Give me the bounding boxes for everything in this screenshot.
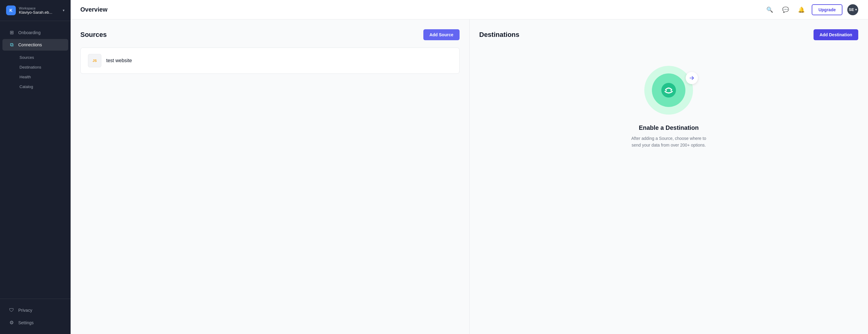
avatar-chevron-icon: ▾ <box>855 8 857 11</box>
empty-state-description: After adding a Source, choose where to s… <box>629 135 708 149</box>
header-actions: 🔍 💬 🔔 Upgrade SE ▾ <box>764 4 858 15</box>
sidebar-item-destinations[interactable]: Destinations <box>16 62 71 72</box>
sidebar-item-label: Settings <box>18 320 34 325</box>
workspace-label: Workspace <box>19 6 60 10</box>
sources-title: Sources <box>80 31 107 39</box>
sidebar-item-connections[interactable]: ⧉ Connections <box>2 39 68 51</box>
source-js-icon: JS <box>88 54 101 67</box>
sidebar-sub-nav: Sources Destinations Health Catalog <box>0 51 71 93</box>
workspace-name: Klaviyo-Sarah.eb... <box>19 10 60 15</box>
sidebar-item-sources[interactable]: Sources <box>16 53 71 62</box>
avatar-button[interactable]: SE ▾ <box>847 4 858 15</box>
search-icon: 🔍 <box>766 6 773 13</box>
workspace-selector[interactable]: K Workspace Klaviyo-Sarah.eb... ▾ <box>0 0 71 21</box>
sidebar-item-privacy[interactable]: 🛡 Privacy <box>2 304 68 316</box>
segment-logo-icon <box>659 81 678 99</box>
empty-state-title: Enable a Destination <box>639 124 699 131</box>
sources-panel: Sources Add Source JS test website <box>71 20 469 334</box>
search-button[interactable]: 🔍 <box>764 4 775 15</box>
sidebar-bottom: 🛡 Privacy ⚙ Settings <box>0 299 71 334</box>
page-title: Overview <box>80 6 764 13</box>
arrow-right-icon <box>686 72 698 84</box>
destinations-panel: Destinations Add Destination <box>470 20 868 334</box>
workspace-icon: K <box>6 5 16 15</box>
destinations-empty-state: Enable a Destination After adding a Sour… <box>479 48 859 167</box>
gear-icon: ⚙ <box>8 320 14 326</box>
source-card[interactable]: JS test website <box>80 48 460 74</box>
sidebar-item-label: Connections <box>18 43 42 47</box>
add-destination-button[interactable]: Add Destination <box>813 29 858 40</box>
sidebar-nav: ⊞ Onboarding ⧉ Connections Sources Desti… <box>0 21 71 299</box>
destinations-section-header: Destinations Add Destination <box>479 29 859 40</box>
content-area: Sources Add Source JS test website Desti… <box>71 20 868 334</box>
add-source-button[interactable]: Add Source <box>423 29 460 40</box>
destinations-title: Destinations <box>479 31 520 39</box>
destination-illustration <box>644 66 693 115</box>
onboarding-icon: ⊞ <box>8 30 14 35</box>
sidebar-item-catalog[interactable]: Catalog <box>16 82 71 91</box>
main-content: Overview 🔍 💬 🔔 Upgrade SE ▾ Sources Add … <box>71 0 868 334</box>
header: Overview 🔍 💬 🔔 Upgrade SE ▾ <box>71 0 868 20</box>
chevron-down-icon: ▾ <box>63 8 64 12</box>
chat-button[interactable]: 💬 <box>780 4 791 15</box>
sidebar-item-label: Onboarding <box>18 30 40 35</box>
sidebar-item-label: Privacy <box>18 308 32 313</box>
upgrade-button[interactable]: Upgrade <box>812 4 842 15</box>
sidebar: K Workspace Klaviyo-Sarah.eb... ▾ ⊞ Onbo… <box>0 0 71 334</box>
sidebar-item-settings[interactable]: ⚙ Settings <box>2 317 68 329</box>
sidebar-item-health[interactable]: Health <box>16 72 71 82</box>
svg-point-0 <box>661 83 676 98</box>
chat-icon: 💬 <box>782 6 789 13</box>
dest-inner-circle <box>652 74 685 107</box>
notifications-button[interactable]: 🔔 <box>796 4 807 15</box>
sources-section-header: Sources Add Source <box>80 29 460 40</box>
shield-icon: 🛡 <box>8 307 14 313</box>
bell-icon: 🔔 <box>798 6 805 13</box>
source-name: test website <box>106 58 132 63</box>
arrow-icon <box>688 75 695 81</box>
dest-outer-circle <box>644 66 693 115</box>
connections-icon: ⧉ <box>8 42 14 48</box>
sidebar-item-onboarding[interactable]: ⊞ Onboarding <box>2 27 68 38</box>
avatar: SE <box>849 7 854 12</box>
